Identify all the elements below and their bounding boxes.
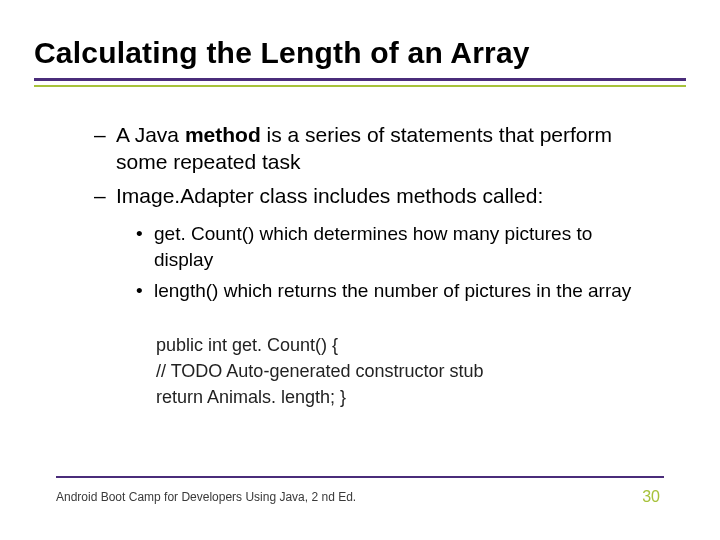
title-underline-secondary bbox=[34, 85, 686, 87]
list-item: Image.Adapter class includes methods cal… bbox=[94, 182, 646, 209]
title-underline-primary bbox=[34, 78, 686, 81]
code-line: // TODO Auto-generated constructor stub bbox=[156, 358, 646, 384]
footer-row: Android Boot Camp for Developers Using J… bbox=[56, 488, 664, 506]
text-bold: method bbox=[185, 123, 261, 146]
slide: Calculating the Length of an Array A Jav… bbox=[0, 0, 720, 540]
footer: Android Boot Camp for Developers Using J… bbox=[56, 476, 664, 506]
page-number: 30 bbox=[642, 488, 664, 506]
footer-text: Android Boot Camp for Developers Using J… bbox=[56, 490, 356, 504]
code-line: return Animals. length; } bbox=[156, 384, 646, 410]
footer-rule bbox=[56, 476, 664, 478]
bullet-list: get. Count() which determines how many p… bbox=[136, 221, 646, 304]
code-block: public int get. Count() { // TODO Auto-g… bbox=[156, 332, 646, 410]
list-item: get. Count() which determines how many p… bbox=[136, 221, 646, 272]
slide-body: A Java method is a series of statements … bbox=[34, 121, 686, 410]
text: A Java bbox=[116, 123, 185, 146]
dash-list: A Java method is a series of statements … bbox=[94, 121, 646, 209]
text: length() which returns the number of pic… bbox=[154, 280, 631, 301]
slide-title: Calculating the Length of an Array bbox=[34, 36, 686, 76]
code-line: public int get. Count() { bbox=[156, 332, 646, 358]
text: get. Count() which determines how many p… bbox=[154, 223, 592, 270]
list-item: A Java method is a series of statements … bbox=[94, 121, 646, 176]
text: Image.Adapter class includes methods cal… bbox=[116, 184, 543, 207]
list-item: length() which returns the number of pic… bbox=[136, 278, 646, 304]
